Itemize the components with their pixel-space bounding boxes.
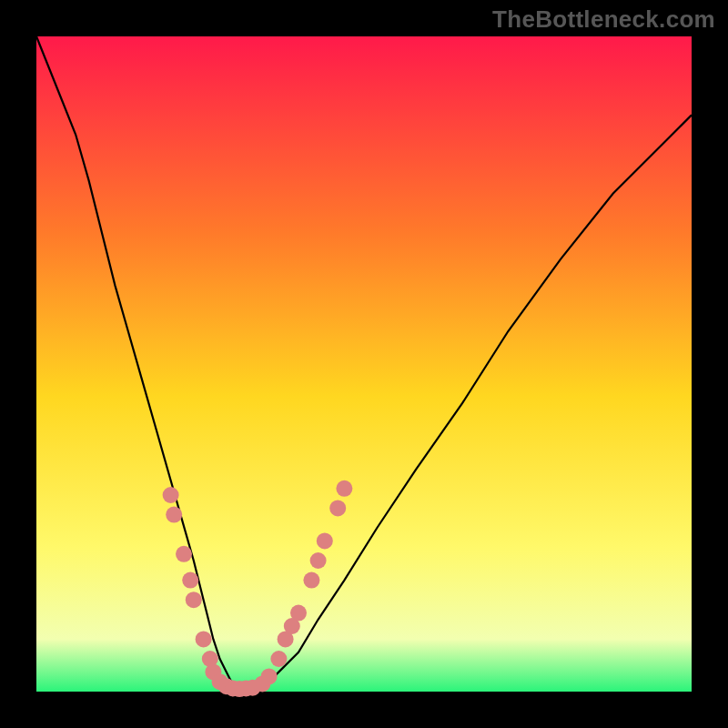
plot-background-gradient xyxy=(36,36,692,692)
bottleneck-chart xyxy=(0,0,728,728)
highlight-dot xyxy=(336,480,352,497)
highlight-dot xyxy=(166,507,182,523)
highlight-dot xyxy=(317,532,333,549)
highlight-dot xyxy=(290,605,307,622)
highlight-dot xyxy=(270,651,287,667)
highlight-dot xyxy=(329,500,346,516)
highlight-dot xyxy=(176,546,192,562)
highlight-dot xyxy=(261,668,278,684)
source-watermark: TheBottleneck.com xyxy=(492,5,715,34)
highlight-dot xyxy=(163,487,179,503)
highlight-dot xyxy=(182,572,198,589)
highlight-dot xyxy=(186,592,202,608)
chart-frame: { "watermark": "TheBottleneck.com", "col… xyxy=(0,0,728,728)
highlight-dot xyxy=(196,631,212,647)
highlight-dot xyxy=(310,552,327,569)
highlight-dot xyxy=(303,572,319,589)
